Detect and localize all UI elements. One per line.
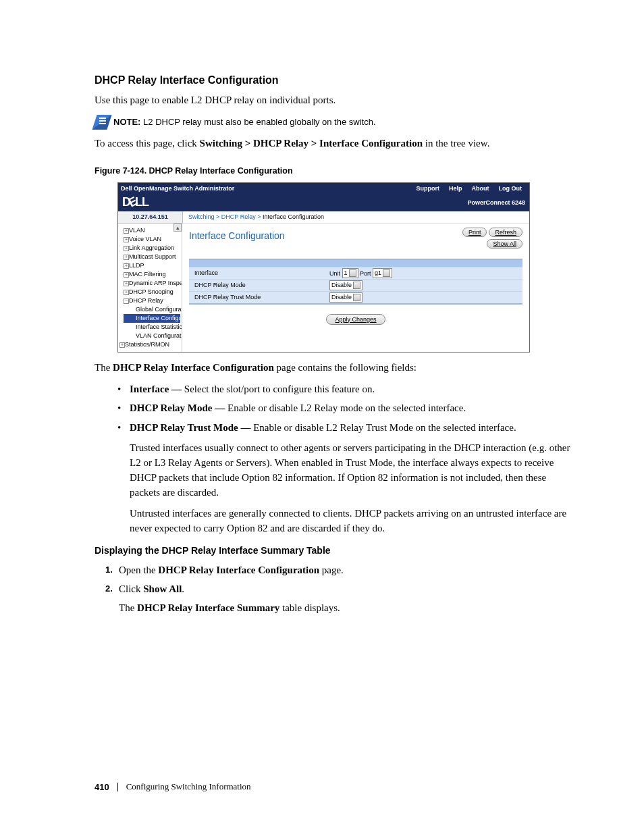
tree-sub-interface-stats[interactable]: Interface Statistic: [124, 323, 180, 332]
figure-caption: Figure 7-124. DHCP Relay Interface Confi…: [95, 166, 573, 176]
tree-multicast[interactable]: Multicast Support: [124, 253, 180, 261]
tree-link-agg[interactable]: Link Aggregation: [124, 244, 180, 253]
trust-mode-para1: Trusted interfaces usually connect to ot…: [130, 440, 573, 500]
tree-sub-interface-config[interactable]: Interface Configu: [124, 314, 180, 323]
config-table: Interface Unit 1 Port g1 DHCP Relay Mode…: [189, 259, 522, 305]
tree-vlan[interactable]: VLAN: [124, 226, 180, 235]
print-button[interactable]: Print: [462, 228, 487, 237]
apply-changes-button[interactable]: Apply Changes: [326, 314, 385, 325]
tree-dhcp-relay[interactable]: DHCP Relay: [124, 296, 180, 305]
footer-text: Configuring Switching Information: [126, 781, 251, 792]
port-select[interactable]: g1: [373, 268, 392, 278]
field-trust-mode: DHCP Relay Trust Mode — Enable or disabl…: [117, 420, 573, 536]
tree-stats-rmon[interactable]: Statistics/RMON: [119, 340, 180, 349]
row-relay-mode: DHCP Relay Mode Disable: [189, 279, 522, 291]
show-all-button[interactable]: Show All: [487, 239, 522, 249]
nav-help[interactable]: Help: [444, 185, 467, 192]
tree-voice-vlan[interactable]: Voice VLAN: [124, 235, 180, 244]
dell-logo: DELL: [122, 195, 149, 209]
field-relay-mode: DHCP Relay Mode — Enable or disable L2 R…: [117, 400, 573, 415]
trust-mode-select[interactable]: Disable: [329, 292, 363, 303]
page-number: 410: [95, 782, 109, 792]
unit-select[interactable]: 1: [342, 268, 358, 278]
note-icon: [92, 115, 111, 130]
content-pane: Interface Configuration Print Refresh Sh…: [182, 224, 529, 352]
relay-mode-select[interactable]: Disable: [329, 280, 363, 290]
subsection-heading: Displaying the DHCP Relay Interface Summ…: [95, 545, 573, 556]
step-2: Click Show All.: [105, 581, 573, 596]
nav-tree[interactable]: ▴ VLAN Voice VLAN Link Aggregation Multi…: [118, 224, 182, 352]
tree-sub-global[interactable]: Global Configurat: [124, 305, 180, 314]
row-trust-mode: DHCP Relay Trust Mode Disable: [189, 291, 522, 303]
steps-list: Open the DHCP Relay Interface Configurat…: [105, 563, 573, 596]
refresh-button[interactable]: Refresh: [489, 228, 522, 237]
tree-dyn-arp[interactable]: Dynamic ARP Inspe: [124, 279, 180, 288]
note-text: NOTE: L2 DHCP relay must also be enabled…: [113, 117, 376, 127]
page-footer: 410 Configuring Switching Information: [95, 781, 251, 792]
screenshot-figure: Dell OpenManage Switch Administrator Sup…: [117, 182, 530, 353]
tree-sub-vlan-config[interactable]: VLAN Configurati: [124, 332, 180, 340]
model-label: PowerConnect 6248: [467, 199, 525, 206]
row-interface: Interface Unit 1 Port g1: [189, 267, 522, 279]
shot-title: Dell OpenManage Switch Administrator: [121, 185, 239, 192]
logo-bar: DELL PowerConnect 6248: [118, 194, 529, 211]
tree-lldp[interactable]: LLDP: [124, 261, 180, 270]
step-1: Open the DHCP Relay Interface Configurat…: [105, 563, 573, 577]
nav-support[interactable]: Support: [411, 185, 444, 192]
nav-about[interactable]: About: [467, 185, 494, 192]
section-heading: DHCP Relay Interface Configuration: [95, 74, 573, 86]
field-interface: Interface — Select the slot/port to conf…: [117, 382, 573, 396]
shot-titlebar: Dell OpenManage Switch Administrator Sup…: [118, 183, 529, 194]
tree-mac-filter[interactable]: MAC Filtering: [124, 270, 180, 279]
note-block: NOTE: L2 DHCP relay must also be enabled…: [95, 115, 573, 130]
ip-address: 10.27.64.151: [118, 211, 183, 224]
step-2-result: The DHCP Relay Interface Summary table d…: [119, 600, 573, 615]
tree-dhcp-snoop[interactable]: DHCP Snooping: [124, 288, 180, 296]
fields-intro: The DHCP Relay Interface Configuration p…: [95, 361, 573, 375]
breadcrumb: Switching > DHCP Relay > Interface Confi…: [183, 211, 529, 224]
nav-logout[interactable]: Log Out: [494, 185, 527, 192]
field-list: Interface — Select the slot/port to conf…: [117, 382, 573, 536]
trust-mode-para2: Untrusted interfaces are generally conne…: [130, 506, 573, 536]
access-instruction: To access this page, click Switching > D…: [95, 136, 573, 151]
intro-paragraph: Use this page to enable L2 DHCP relay on…: [95, 93, 573, 108]
